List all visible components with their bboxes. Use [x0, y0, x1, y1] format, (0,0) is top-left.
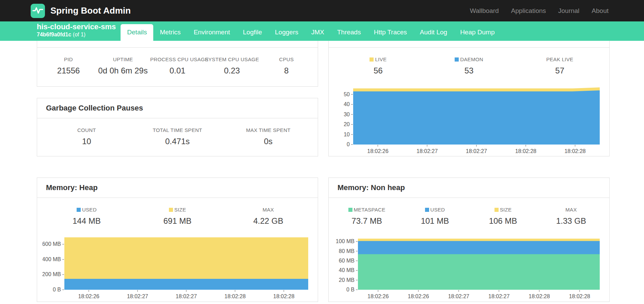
- svg-text:18:02:28: 18:02:28: [564, 148, 585, 154]
- tab-loggers[interactable]: Loggers: [268, 24, 305, 41]
- stat-label: TOTAL TIME SPENT: [132, 127, 223, 133]
- application-identity: his-cloud-service-sms 74b6f9a0fd1c (of 1…: [37, 21, 116, 41]
- gc-stats-row: COUNT 10 TOTAL TIME SPENT 0.471s MAX TIM…: [37, 118, 318, 154]
- instance-id: 74b6f9a0fd1c: [37, 32, 71, 37]
- process-stats-row: PID 21556 UPTIME 0d 0h 6m 29s PROCESS CP…: [37, 48, 318, 84]
- svg-text:80 MB: 80 MB: [339, 248, 355, 254]
- legend-label: USED: [41, 207, 132, 213]
- application-name: his-cloud-service-sms: [37, 22, 116, 31]
- nonheap-card-header: Memory: Non heap: [329, 178, 609, 198]
- legend-heap-max: MAX 4.22 GB: [223, 207, 314, 226]
- stat-gc-count: COUNT 10: [41, 127, 132, 146]
- legend-swatch: [77, 208, 81, 212]
- stat-gc-total-time: TOTAL TIME SPENT 0.471s: [132, 127, 223, 146]
- heap-memory-chart: 0 B200 MB400 MB600 MB18:02:2618:02:2718:…: [43, 234, 312, 302]
- tab-environment[interactable]: Environment: [187, 24, 237, 41]
- nonheap-legend-row: METASPACE 73.7 MB USED 101 MB SIZE 106 M…: [329, 198, 609, 234]
- svg-text:18:02:26: 18:02:26: [367, 148, 388, 154]
- svg-text:18:02:28: 18:02:28: [273, 293, 294, 299]
- legend-nonheap-used: USED 101 MB: [401, 207, 469, 226]
- svg-text:18:02:26: 18:02:26: [408, 293, 429, 299]
- svg-text:60 MB: 60 MB: [339, 258, 355, 264]
- stat-label: SYSTEM CPU USAGE: [205, 56, 259, 62]
- page-title: Spring Boot Admin: [50, 5, 131, 16]
- legend-threads-peak-live: PEAK LIVE 57: [514, 56, 605, 75]
- stat-value: 0s: [223, 137, 314, 146]
- svg-text:18:02:27: 18:02:27: [488, 293, 509, 299]
- threads-card: LIVE 56 DAEMON 53 PEAK LIVE 57 010203040…: [328, 41, 610, 156]
- stat-process-cpu-usage: PROCESS CPU USAGE 0.01: [150, 56, 205, 75]
- legend-threads-live: LIVE 56: [333, 56, 424, 75]
- heap-legend-row: USED 144 MB SIZE 691 MB MAX 4.22 GB: [37, 198, 318, 234]
- stat-label: PID: [41, 56, 96, 62]
- legend-label: MAX: [223, 207, 314, 213]
- stat-value: 0.471s: [132, 137, 223, 146]
- threads-card-header-remnant: [329, 41, 609, 48]
- legend-value: 4.22 GB: [223, 216, 314, 226]
- legend-threads-daemon: DAEMON 53: [424, 56, 515, 75]
- svg-text:30: 30: [344, 112, 350, 117]
- legend-swatch: [370, 57, 374, 62]
- right-column: LIVE 56 DAEMON 53 PEAK LIVE 57 010203040…: [328, 41, 610, 302]
- svg-text:18:02:28: 18:02:28: [224, 293, 246, 299]
- gc-pauses-card: Garbage Collection Pauses COUNT 10 TOTAL…: [37, 98, 318, 156]
- legend-label: DAEMON: [424, 56, 515, 62]
- tab-jmx[interactable]: JMX: [305, 24, 331, 41]
- legend-label: USED: [401, 207, 469, 213]
- stat-label: COUNT: [41, 127, 132, 133]
- nav-link-wallboard[interactable]: Wallboard: [470, 7, 499, 15]
- tab-audit-log[interactable]: Audit Log: [413, 24, 454, 41]
- svg-text:0: 0: [347, 141, 350, 147]
- legend-nonheap-size: SIZE 106 MB: [469, 207, 537, 226]
- svg-text:0 B: 0 B: [53, 287, 61, 292]
- legend-value: 101 MB: [401, 216, 469, 226]
- nav-link-journal[interactable]: Journal: [558, 7, 579, 15]
- nonheap-card-title: Memory: Non heap: [337, 183, 600, 192]
- instance-tabs: Details Metrics Environment Logfile Logg…: [121, 21, 501, 41]
- heap-card-title: Memory: Heap: [46, 183, 309, 192]
- legend-label: METASPACE: [333, 207, 401, 213]
- legend-nonheap-metaspace: METASPACE 73.7 MB: [333, 207, 401, 226]
- nonheap-memory-chart: 0 B20 MB40 MB60 MB80 MB100 MB18:02:2618:…: [334, 234, 603, 302]
- tab-details[interactable]: Details: [121, 24, 153, 41]
- legend-nonheap-max: MAX 1.33 GB: [537, 207, 605, 226]
- details-content: PID 21556 UPTIME 0d 0h 6m 29s PROCESS CP…: [0, 41, 644, 302]
- memory-heap-card: Memory: Heap USED 144 MB SIZE 691 MB MAX…: [37, 178, 318, 302]
- app-logo[interactable]: [31, 4, 45, 18]
- nav-link-applications[interactable]: Applications: [511, 7, 546, 15]
- tab-metrics[interactable]: Metrics: [153, 24, 187, 41]
- heap-card-header: Memory: Heap: [37, 178, 318, 198]
- legend-heap-used: USED 144 MB: [41, 207, 132, 226]
- svg-text:100 MB: 100 MB: [336, 238, 355, 244]
- stat-value: 10: [41, 137, 132, 146]
- heap-chart-wrap: 0 B200 MB400 MB600 MB18:02:2618:02:2718:…: [37, 234, 318, 304]
- tab-http-traces[interactable]: Http Traces: [367, 24, 413, 41]
- svg-text:40 MB: 40 MB: [339, 267, 355, 273]
- legend-label: PEAK LIVE: [514, 56, 605, 62]
- legend-swatch: [425, 208, 429, 212]
- pulse-icon: [32, 4, 44, 17]
- svg-text:18:02:28: 18:02:28: [569, 293, 590, 299]
- nav-link-about[interactable]: About: [592, 7, 609, 15]
- stat-cpus: CPUS 8: [259, 56, 314, 75]
- threads-chart-wrap: 0102030405018:02:2618:02:2718:02:2718:02…: [329, 84, 609, 162]
- instance-id-line: 74b6f9a0fd1c (of 1): [37, 31, 116, 38]
- tab-heap-dump[interactable]: Heap Dump: [454, 24, 501, 41]
- legend-label: SIZE: [132, 207, 223, 213]
- gc-card-header: Garbage Collection Pauses: [37, 98, 318, 118]
- stat-value: 0.01: [150, 66, 205, 75]
- stat-uptime: UPTIME 0d 0h 6m 29s: [96, 56, 150, 75]
- svg-text:18:02:27: 18:02:27: [176, 293, 197, 299]
- top-navbar: Spring Boot Admin Wallboard Applications…: [0, 0, 644, 21]
- stat-value: 21556: [41, 66, 96, 75]
- svg-text:200 MB: 200 MB: [43, 271, 61, 277]
- tab-threads[interactable]: Threads: [331, 24, 367, 41]
- svg-text:600 MB: 600 MB: [43, 241, 61, 247]
- svg-text:18:02:27: 18:02:27: [448, 293, 469, 299]
- svg-text:18:02:27: 18:02:27: [466, 148, 487, 154]
- process-card-header-remnant: [37, 41, 318, 48]
- stat-value: 8: [259, 66, 314, 75]
- tab-logfile[interactable]: Logfile: [236, 24, 268, 41]
- nonheap-chart-wrap: 0 B20 MB40 MB60 MB80 MB100 MB18:02:2618:…: [329, 234, 609, 304]
- stat-value: 0d 0h 6m 29s: [96, 66, 150, 75]
